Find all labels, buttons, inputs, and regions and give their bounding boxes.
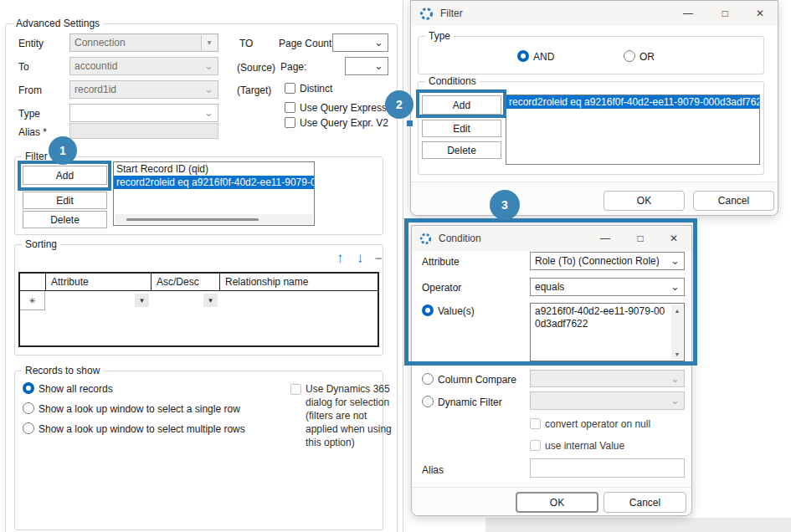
- grid-corner-header: [20, 274, 45, 290]
- horizontal-scrollbar[interactable]: [115, 214, 313, 224]
- condition-ok-label: OK: [550, 497, 564, 509]
- grid-col-ascdesc[interactable]: Asc/Desc: [151, 274, 219, 290]
- show-single-row-radio[interactable]: [23, 402, 34, 414]
- dynamics-dialog-label: Use Dynamics 365 dialog for selection (f…: [306, 382, 399, 449]
- condition-alias-input[interactable]: [530, 458, 685, 478]
- column-compare-radio[interactable]: [422, 373, 434, 385]
- highlight-resize-handle: [407, 120, 413, 126]
- entity-combo[interactable]: Connection ▾: [69, 33, 218, 52]
- use-query-expr-v2-checkbox[interactable]: [285, 117, 295, 128]
- scrollbar-thumb[interactable]: [126, 218, 259, 221]
- to-combo[interactable]: accountid ⌄: [69, 57, 218, 75]
- condition-cancel-button[interactable]: Cancel: [604, 492, 686, 513]
- conditions-group-title: Conditions: [425, 75, 480, 87]
- sort-move-up-icon[interactable]: ↑: [336, 250, 344, 267]
- chevron-down-icon: ⌄: [374, 58, 383, 74]
- filter-dialog-titlebar[interactable]: Filter — □ ✕: [411, 1, 778, 26]
- conditions-edit-label: Edit: [453, 123, 470, 135]
- dropdown-arrow-icon[interactable]: ▾: [201, 35, 217, 50]
- type-combo[interactable]: ⌄: [69, 104, 218, 122]
- filter-ok-button[interactable]: OK: [604, 191, 685, 211]
- to-combo-value: accountid: [74, 60, 117, 72]
- dynamic-filter-label: Dynamic Filter: [438, 396, 502, 408]
- and-radio[interactable]: [517, 50, 529, 62]
- entity-label: Entity: [18, 38, 44, 49]
- grid-new-row-marker-icon: ✳: [20, 291, 45, 310]
- filter-listbox[interactable]: Start Record ID (qid) record2roleid eq a…: [113, 161, 315, 226]
- callout-badge-3: 3: [490, 190, 520, 220]
- use-internal-label: use internal Value: [545, 440, 624, 452]
- conditions-listbox[interactable]: record2roleid eq a9216f0f-40d2-ee11-9079…: [506, 95, 760, 165]
- convert-operator-checkbox[interactable]: [530, 418, 541, 429]
- show-multiple-rows-radio[interactable]: [23, 422, 34, 434]
- to-label: To: [18, 61, 29, 73]
- conditions-delete-label: Delete: [447, 145, 476, 156]
- alias-input[interactable]: [69, 123, 218, 139]
- chevron-down-icon: ⌄: [204, 58, 213, 74]
- chevron-down-icon: ⌄: [670, 371, 680, 387]
- sorting-grid: Attribute Asc/Desc Relationship name ✳ ▾…: [18, 272, 379, 347]
- from-combo-value: record1id: [74, 84, 116, 95]
- callout-badge-2: 2: [385, 90, 413, 119]
- chevron-down-icon: ⌄: [204, 105, 213, 121]
- from-combo[interactable]: record1id ⌄: [69, 80, 218, 99]
- distinct-checkbox[interactable]: [285, 83, 295, 94]
- filter-edit-button[interactable]: Edit: [23, 192, 107, 209]
- chevron-down-icon: ⌄: [374, 34, 383, 51]
- use-internal-checkbox[interactable]: [530, 440, 541, 451]
- highlight-box-step3: [404, 218, 697, 366]
- filter-cancel-label: Cancel: [718, 195, 749, 207]
- maximize-icon[interactable]: □: [711, 1, 739, 26]
- condition-list-item-selected[interactable]: record2roleid eq a9216f0f-40d2-ee11-9079…: [506, 95, 759, 109]
- page-count-label: Page Count:: [279, 38, 335, 49]
- or-radio[interactable]: [624, 50, 635, 62]
- highlight-box-step2: [416, 90, 506, 118]
- from-label: From: [18, 84, 42, 96]
- dynamics-dialog-checkbox[interactable]: [290, 384, 301, 395]
- grid-attribute-dropdown[interactable]: ▾: [135, 294, 149, 307]
- or-label: OR: [639, 51, 655, 63]
- show-multiple-rows-label: Show a look up window to select multiple…: [39, 423, 245, 435]
- and-label: AND: [533, 51, 554, 63]
- use-query-expression-checkbox[interactable]: [285, 102, 295, 113]
- conditions-edit-button[interactable]: Edit: [422, 120, 501, 137]
- alias-label: Alias *: [18, 126, 47, 138]
- to-tag: TO: [239, 38, 253, 49]
- entity-combo-value: Connection: [74, 37, 126, 49]
- grid-col-relationship[interactable]: Relationship name: [219, 274, 378, 290]
- callout-badge-1: 1: [49, 136, 77, 165]
- screenshot-root: Advanced Settings Entity To From Type Al…: [0, 0, 791, 532]
- highlight-box-step1: [18, 161, 111, 191]
- page-combo[interactable]: ⌄: [345, 57, 388, 75]
- records-group-title: Records to show: [22, 365, 103, 376]
- type-group: Type: [418, 36, 764, 74]
- advanced-settings-title: Advanced Settings: [13, 18, 103, 29]
- condition-alias-label: Alias: [422, 464, 444, 476]
- sort-remove-icon[interactable]: −: [375, 251, 383, 265]
- filter-cancel-button[interactable]: Cancel: [693, 191, 774, 211]
- dynamic-filter-radio[interactable]: [422, 396, 434, 407]
- show-all-records-label: Show all records: [39, 383, 113, 395]
- panel-divider: [403, 0, 403, 532]
- condition-ok-button[interactable]: OK: [516, 492, 598, 513]
- grid-header-divider: [20, 290, 378, 291]
- minimize-icon[interactable]: —: [674, 1, 702, 26]
- chevron-down-icon: ⌄: [670, 392, 680, 409]
- background-strip: [485, 518, 791, 532]
- dropdown-arrow-icon: ▾: [208, 296, 213, 304]
- page-count-combo[interactable]: ⌄: [332, 33, 388, 52]
- filter-delete-button[interactable]: Delete: [23, 211, 107, 228]
- grid-col-attribute[interactable]: Attribute: [45, 274, 151, 290]
- sort-move-down-icon[interactable]: ↓: [357, 250, 364, 267]
- dynamic-filter-combo[interactable]: ⌄: [530, 391, 685, 410]
- distinct-label: Distinct: [300, 83, 332, 95]
- type-label: Type: [18, 108, 40, 120]
- filter-list-item-selected[interactable]: record2roleid eq a9216f0f-40d2-ee11-9079…: [114, 176, 314, 189]
- show-all-records-radio[interactable]: [23, 382, 34, 394]
- grid-ascdesc-dropdown[interactable]: ▾: [203, 294, 218, 307]
- conditions-delete-button[interactable]: Delete: [422, 141, 501, 159]
- close-icon[interactable]: ✕: [746, 1, 774, 26]
- filter-list-item[interactable]: Start Record ID (qid): [114, 162, 314, 176]
- show-single-row-label: Show a look up window to select a single…: [39, 403, 240, 415]
- column-compare-combo[interactable]: ⌄: [530, 370, 685, 387]
